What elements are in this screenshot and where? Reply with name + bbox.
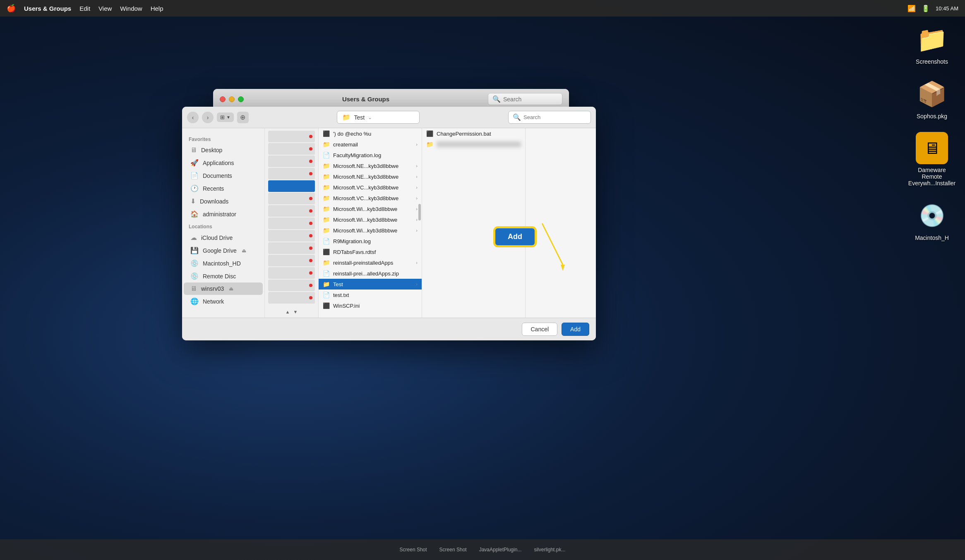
documents-icon: 📄 — [190, 172, 199, 179]
file-item-mswi1[interactable]: 📁 Microsoft.Wi...kyb3d8bbwe › — [319, 203, 422, 214]
add-button-bottom[interactable]: Add — [562, 323, 589, 336]
menubar-window[interactable]: Window — [120, 5, 142, 12]
blurred-row-10[interactable] — [268, 242, 315, 254]
file-item-createmail[interactable]: 📁 createmail › — [319, 139, 422, 150]
file-item-r9migration[interactable]: 📄 R9Migration.log — [319, 236, 422, 246]
file-item-msvc1[interactable]: 📁 Microsoft.VC...kyb3d8bbwe › — [319, 182, 422, 193]
dialog-search-input[interactable] — [523, 114, 586, 120]
sidebar-item-icloud[interactable]: ☁ iCloud Drive — [184, 231, 263, 244]
file-item-changeperm[interactable]: ⬛ ChangePermission.bat — [422, 128, 525, 139]
file-reinstall-name: reinstall-preinstalledApps — [333, 260, 413, 266]
file-item-reinstall-zip[interactable]: 📄 reinstall-prei...alledApps.zip — [319, 268, 422, 279]
sidebar-item-downloads[interactable]: ⬇ Downloads — [184, 195, 263, 208]
file-columns: ▲ ▼ ⬛ ') do @echo %u 📁 createmail › — [265, 128, 596, 318]
blurred-row-4[interactable] — [268, 168, 315, 179]
file-reinstall-zip-name: reinstall-prei...alledApps.zip — [333, 270, 418, 277]
location-selector[interactable]: 📁 Test ⌄ — [337, 111, 420, 124]
dialog-search[interactable]: 🔍 — [508, 111, 591, 124]
add-button-highlighted[interactable]: Add — [495, 227, 535, 246]
sidebar-item-recents[interactable]: 🕐 Recents — [184, 182, 263, 195]
file-createmail-icon: 📁 — [323, 141, 330, 148]
blurred-row-14[interactable] — [268, 292, 315, 304]
blurred-row-13[interactable] — [268, 280, 315, 291]
taskbar-item-3[interactable]: JavaAppletPlugin... — [479, 547, 522, 553]
desktop-icon-macintosh[interactable]: 💿 Macintosh_H — [907, 199, 957, 241]
file-item-test[interactable]: 📁 Test › — [319, 279, 422, 290]
sidebar-item-winsrv03-label: winsrv03 — [201, 285, 224, 292]
taskbar-item-2[interactable]: Screen Shot — [439, 547, 467, 553]
googledrive-eject-icon[interactable]: ⏏ — [242, 248, 246, 254]
scroll-down-icon[interactable]: ▼ — [293, 309, 298, 314]
menubar-edit[interactable]: Edit — [79, 5, 90, 12]
sidebar-item-remote-disc[interactable]: 💿 Remote Disc — [184, 270, 263, 282]
blurred-row-3[interactable] — [268, 156, 315, 167]
downloads-icon: ⬇ — [190, 197, 196, 205]
new-folder-button[interactable]: ⊕ — [237, 112, 249, 123]
desktop-icon-screenshots[interactable]: 📁 Screenshots — [907, 23, 957, 65]
blurred-row-5-selected[interactable] — [268, 180, 315, 192]
file-item-msne2[interactable]: 📁 Microsoft.NE...kyb3d8bbwe › — [319, 171, 422, 182]
taskbar-item-1[interactable]: Screen Shot — [400, 547, 427, 553]
file-item-rdtabs[interactable]: ⬛ RDTabsFavs.rdtsf — [319, 246, 422, 257]
blurred-row-2[interactable] — [268, 143, 315, 155]
remote-disc-icon: 💿 — [190, 272, 199, 280]
recents-icon: 🕐 — [190, 184, 199, 192]
file-item-blurred-folder[interactable]: 📁 — [422, 139, 525, 150]
sysprefs-search-input[interactable] — [503, 96, 553, 103]
sidebar-item-desktop[interactable]: 🖥 Desktop — [184, 144, 263, 156]
desktop-icon-sophos[interactable]: 📦 Sophos.pkg — [907, 77, 957, 120]
file-item-echo[interactable]: ⬛ ') do @echo %u — [319, 128, 422, 139]
macintosh-icon: 💿 — [915, 199, 948, 232]
back-button[interactable]: ‹ — [187, 112, 199, 123]
menubar-view[interactable]: View — [98, 5, 112, 12]
file-winscp-icon: ⬛ — [323, 302, 330, 309]
file-item-msvc2[interactable]: 📁 Microsoft.VC...kyb3d8bbwe › — [319, 193, 422, 203]
sysprefs-search[interactable]: 🔍 — [488, 93, 562, 105]
sidebar-item-administrator[interactable]: 🏠 administrator — [184, 208, 263, 220]
cancel-button[interactable]: Cancel — [522, 323, 557, 336]
sysprefs-close-button[interactable] — [220, 96, 226, 102]
scroll-up-icon[interactable]: ▲ — [286, 309, 290, 314]
file-item-winscp[interactable]: ⬛ WinSCP.ini — [319, 300, 422, 311]
blurred-row-1[interactable] — [268, 131, 315, 142]
mswi1-arrow-icon: › — [416, 206, 418, 211]
forward-button[interactable]: › — [202, 112, 214, 123]
sysprefs-minimize-button[interactable] — [229, 96, 235, 102]
menubar-help[interactable]: Help — [151, 5, 163, 12]
sidebar-item-winsrv03[interactable]: 🖥 winsrv03 ⏏ — [184, 282, 263, 295]
wifi-icon: 📶 — [907, 5, 916, 12]
file-item-testtxt[interactable]: 📄 test.txt — [319, 290, 422, 300]
sidebar-item-documents[interactable]: 📄 Documents — [184, 169, 263, 182]
icloud-icon: ☁ — [190, 234, 197, 242]
file-blurred-folder-icon: 📁 — [426, 141, 433, 148]
file-msvc2-icon: 📁 — [323, 195, 330, 201]
network-icon: 🌐 — [190, 297, 199, 305]
apple-menu[interactable]: 🍎 — [7, 4, 16, 13]
googledrive-icon: 💾 — [190, 246, 199, 254]
sidebar-item-macintosh-hd[interactable]: 💿 Macintosh_HD — [184, 257, 263, 270]
blurred-row-12[interactable] — [268, 267, 315, 279]
blurred-row-9[interactable] — [268, 230, 315, 242]
file-faculty-icon: 📄 — [323, 152, 330, 158]
winsrv03-eject-icon[interactable]: ⏏ — [229, 286, 233, 292]
file-item-mswi3[interactable]: 📁 Microsoft.Wi...kyb3d8bbwe › — [319, 225, 422, 236]
sysprefs-maximize-button[interactable] — [238, 96, 244, 102]
taskbar-item-4[interactable]: silverlight.pk... — [534, 547, 565, 553]
sidebar-item-applications[interactable]: 🚀 Applications — [184, 156, 263, 169]
file-item-msne1[interactable]: 📁 Microsoft.NE...kyb3d8bbwe › — [319, 160, 422, 171]
blurred-row-8[interactable] — [268, 218, 315, 229]
blurred-row-7[interactable] — [268, 205, 315, 217]
file-rdtabs-icon: ⬛ — [323, 249, 330, 255]
blurred-row-11[interactable] — [268, 255, 315, 266]
location-breadcrumb: 📁 Test ⌄ — [252, 111, 505, 124]
blurred-row-6[interactable] — [268, 193, 315, 204]
sidebar-item-network[interactable]: 🌐 Network — [184, 295, 263, 308]
sidebar-item-googledrive[interactable]: 💾 Google Drive ⏏ — [184, 244, 263, 257]
file-item-mswi2[interactable]: 📁 Microsoft.Wi...kyb3d8bbwe › — [319, 214, 422, 225]
view-button[interactable]: ⊞ ▼ — [217, 112, 234, 122]
menubar-app-name[interactable]: Users & Groups — [24, 5, 71, 12]
file-item-reinstall[interactable]: 📁 reinstall-preinstalledApps › — [319, 257, 422, 268]
file-item-facultymigration[interactable]: 📄 FacultyMigration.log — [319, 150, 422, 160]
file-testtxt-name: test.txt — [333, 292, 418, 298]
desktop-icon-dameware[interactable]: 🖥 Dameware Remote Everywh...Installer — [907, 132, 957, 187]
